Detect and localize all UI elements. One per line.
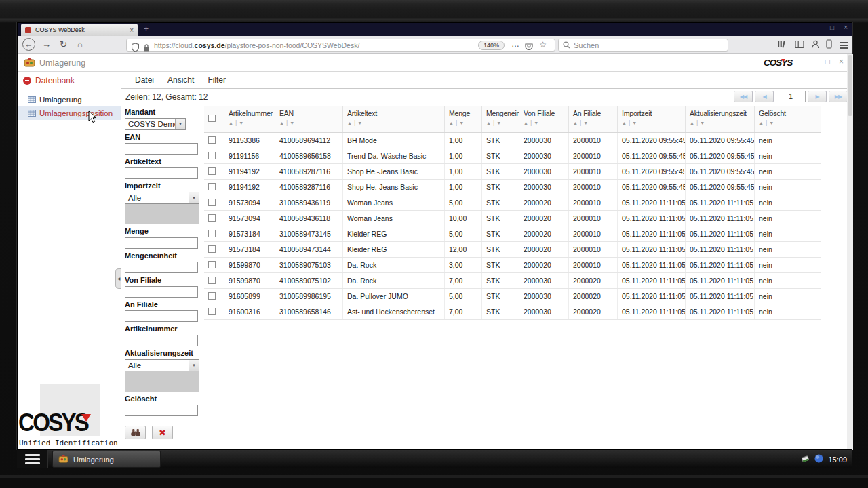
row-checkbox[interactable] [208, 152, 216, 159]
table-row[interactable]: 911941924100589287116Shop He.-Jeans Basi… [204, 180, 821, 195]
table-row[interactable]: 915998703100589075103Da. Rock3,00STK2000… [204, 258, 821, 273]
sort-desc-icon[interactable]: ▼ [357, 121, 362, 125]
sidebar-item-datenbank[interactable]: Datenbank [18, 72, 121, 89]
filter-input-artikeltext[interactable] [125, 167, 198, 179]
taskbar-item-umlagerung[interactable]: Umlagerung [52, 451, 161, 468]
pocket-icon[interactable] [525, 41, 533, 54]
page-prev-button[interactable]: ◀ [755, 91, 774, 102]
tab-close-icon[interactable]: × [130, 26, 134, 34]
row-checkbox[interactable] [208, 183, 216, 190]
sort-asc-icon[interactable]: ▲ [759, 121, 764, 125]
clear-filter-button[interactable]: ✖ [152, 426, 173, 439]
forward-button[interactable]: → [42, 39, 51, 51]
reload-button[interactable]: ↻ [60, 39, 67, 51]
zoom-indicator[interactable]: 140% [478, 41, 505, 50]
new-tab-button[interactable]: + [144, 24, 149, 34]
row-checkbox[interactable] [208, 167, 216, 175]
sort-desc-icon[interactable]: ▼ [239, 121, 243, 125]
menu-datei[interactable]: Datei [128, 75, 161, 85]
page-first-button[interactable]: ◀◀ [734, 91, 753, 102]
row-checkbox[interactable] [208, 261, 216, 268]
row-checkbox[interactable] [208, 214, 216, 222]
collapse-icon[interactable] [23, 77, 31, 85]
sort-asc-icon[interactable]: ▲ [524, 121, 528, 125]
row-checkbox[interactable] [208, 277, 216, 284]
page-next-button[interactable]: ▶ [808, 91, 827, 102]
filter-select-importzeit[interactable]: Alle▼ [125, 192, 199, 204]
table-row[interactable]: 915998704100589075102Da. Rock7,00STK2000… [204, 273, 821, 289]
filter-input-von-filiale[interactable] [125, 286, 198, 298]
menu-filter[interactable]: Filter [201, 75, 233, 85]
sort-asc-icon[interactable]: ▲ [573, 121, 578, 125]
filter-input-ean[interactable] [125, 143, 198, 155]
table-row[interactable]: 911533864100589694112BH Mode1,00STK20000… [204, 133, 821, 148]
app-maximize-button[interactable]: □ [825, 57, 830, 66]
filter-input-an-filiale[interactable] [125, 310, 198, 322]
bookmark-star-icon[interactable]: ☆ [539, 40, 547, 49]
browser-tab[interactable]: COSYS WebDesk × [21, 24, 138, 36]
back-button[interactable]: ← [22, 38, 35, 51]
app-minimize-button[interactable]: – [812, 57, 816, 66]
row-checkbox[interactable] [208, 308, 216, 315]
table-row[interactable]: 915731843100589473145Kleider REG5,00STK2… [204, 226, 821, 242]
sort-asc-icon[interactable]: ▲ [486, 121, 491, 125]
sort-asc-icon[interactable]: ▲ [229, 121, 233, 125]
sort-desc-icon[interactable]: ▼ [583, 121, 588, 125]
sort-asc-icon[interactable]: ▲ [622, 121, 627, 125]
search-bar[interactable]: Suchen [558, 39, 728, 52]
browser-restore-button[interactable]: □ [830, 24, 834, 31]
sort-asc-icon[interactable]: ▲ [690, 121, 694, 125]
device-icon[interactable] [826, 39, 832, 52]
sort-desc-icon[interactable]: ▼ [459, 121, 464, 125]
table-row[interactable]: 916058993100589986195Da. Pullover JUMO5,… [204, 289, 821, 304]
table-row[interactable]: 915730944100589436118Woman Jeans10,00STK… [204, 211, 821, 226]
filter-input-gel-scht[interactable] [125, 405, 198, 416]
row-checkbox[interactable] [208, 292, 216, 300]
page-actions-icon[interactable]: … [511, 39, 519, 49]
chevron-down-icon[interactable]: ▼ [189, 360, 199, 371]
sort-desc-icon[interactable]: ▼ [534, 121, 538, 125]
filter-select-aktualisierungszeit[interactable]: Alle▼ [125, 359, 199, 371]
col-header-artikeltext[interactable]: Artikeltext▲|▼ [343, 106, 445, 132]
col-header-an-filiale[interactable]: An Filiale▲|▼ [569, 106, 618, 132]
chevron-down-icon[interactable]: ▼ [189, 192, 199, 203]
sidebar-item-umlagerungsposition[interactable]: Umlagerungsposition [18, 106, 121, 120]
col-header-gel-scht[interactable]: Gelöscht▲|▼ [755, 106, 821, 132]
sort-desc-icon[interactable]: ▼ [290, 121, 294, 125]
sidebar-toggle-icon[interactable] [795, 39, 804, 52]
tray-eraser-icon[interactable] [801, 453, 810, 466]
filter-input-mengeneinheit[interactable] [125, 262, 198, 273]
search-filter-button[interactable] [125, 426, 146, 439]
table-row[interactable]: 915731844100589473144Kleider REG12,00STK… [204, 242, 821, 258]
home-button[interactable]: ⌂ [77, 39, 83, 51]
menu-icon[interactable] [840, 41, 848, 50]
select-all-checkbox[interactable] [208, 115, 216, 122]
table-row[interactable]: 916003163100589658146Ast- und Heckensche… [204, 304, 821, 320]
tray-globe-icon[interactable] [814, 453, 823, 466]
row-checkbox[interactable] [208, 136, 216, 144]
filter-select-mandant[interactable]: COSYS Demo▼ [125, 118, 186, 130]
app-close-button[interactable]: × [839, 57, 844, 66]
sort-asc-icon[interactable]: ▲ [449, 121, 454, 125]
filter-input-artikelnummer[interactable] [125, 335, 198, 346]
row-checkbox[interactable] [208, 245, 216, 253]
page-scrollbar[interactable] [847, 54, 853, 450]
row-checkbox[interactable] [208, 199, 216, 206]
col-header-mengeneinheit[interactable]: Mengeneinheit▲|▼ [482, 106, 519, 132]
url-bar[interactable]: https://cloud.cosys.de/playstore-pos-non… [126, 39, 555, 52]
account-icon[interactable] [811, 39, 820, 52]
sort-desc-icon[interactable]: ▼ [700, 121, 705, 125]
row-checkbox[interactable] [208, 230, 216, 237]
page-number-input[interactable]: 1 [776, 91, 806, 102]
col-header-artikelnummer[interactable]: Artikelnummer▲|▼ [224, 106, 275, 132]
browser-close-button[interactable]: × [844, 24, 848, 31]
sort-desc-icon[interactable]: ▼ [496, 121, 501, 125]
browser-minimize-button[interactable]: – [817, 24, 821, 31]
page-last-button[interactable]: ▶▶ [829, 91, 848, 102]
menu-ansicht[interactable]: Ansicht [161, 75, 201, 85]
filter-input-menge[interactable] [125, 237, 198, 249]
col-header-aktualisierungszeit[interactable]: Aktualisierungszeit▲|▼ [686, 106, 755, 132]
col-header-von-filiale[interactable]: Von Filiale▲|▼ [519, 106, 569, 132]
table-row[interactable]: 911941924100589287116Shop He.-Jeans Basi… [204, 164, 821, 180]
library-icon[interactable] [777, 39, 787, 52]
